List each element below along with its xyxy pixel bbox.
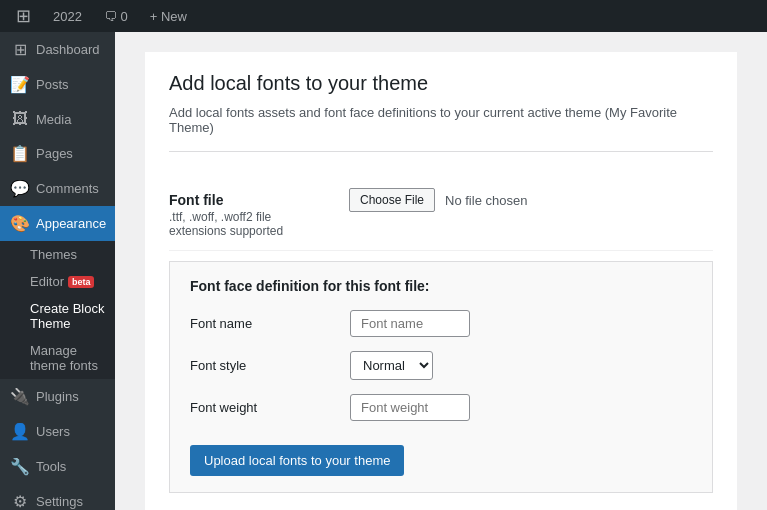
editor-label: Editor (30, 274, 64, 289)
font-style-label: Font style (190, 358, 330, 373)
wp-icon: ⊞ (16, 5, 31, 27)
submenu-editor[interactable]: Editor beta (0, 268, 115, 295)
submenu-create-block[interactable]: Create Block Theme (0, 295, 115, 337)
pages-icon: 📋 (10, 144, 30, 163)
dashboard-icon: ⊞ (10, 40, 30, 59)
font-face-title: Font face definition for this font file: (190, 278, 692, 294)
no-file-label: No file chosen (445, 193, 527, 208)
media-icon: 🖼 (10, 110, 30, 128)
sidebar-item-comments[interactable]: 💬 Comments (0, 171, 115, 206)
font-weight-input-container (350, 394, 470, 421)
comments-icon: 💬 (10, 179, 30, 198)
posts-icon: 📝 (10, 75, 30, 94)
site-name: 2022 (53, 9, 82, 24)
font-name-input-container (350, 310, 470, 337)
sidebar-item-dashboard[interactable]: ⊞ Dashboard (0, 32, 115, 67)
comment-count: 🗨 0 (104, 9, 128, 24)
font-weight-label: Font weight (190, 400, 330, 415)
sidebar-item-settings[interactable]: ⚙ Settings (0, 484, 115, 510)
content-area: Add local fonts to your theme Add local … (145, 52, 737, 510)
font-weight-row: Font weight (190, 394, 692, 421)
choose-file-button[interactable]: Choose File (349, 188, 435, 212)
sidebar-item-media[interactable]: 🖼 Media (0, 102, 115, 136)
plugins-icon: 🔌 (10, 387, 30, 406)
font-name-label: Font name (190, 316, 330, 331)
font-file-label-container: Font file .ttf, .woff, .woff2 file exten… (169, 188, 329, 238)
admin-bar: ⊞ 2022 🗨 0 + New (0, 0, 767, 32)
upload-button[interactable]: Upload local fonts to your theme (190, 445, 404, 476)
font-file-row: Font file .ttf, .woff, .woff2 file exten… (169, 176, 713, 251)
sidebar-item-pages[interactable]: 📋 Pages (0, 136, 115, 171)
sidebar: ⊞ Dashboard 📝 Posts 🖼 Media 📋 Pages 💬 Co… (0, 32, 115, 510)
font-file-description: .ttf, .woff, .woff2 file extensions supp… (169, 210, 329, 238)
create-block-label: Create Block Theme (30, 301, 105, 331)
themes-label: Themes (30, 247, 77, 262)
new-link: + New (150, 9, 187, 24)
page-subtitle: Add local fonts assets and font face def… (169, 105, 713, 152)
submenu-themes[interactable]: Themes (0, 241, 115, 268)
sidebar-item-appearance[interactable]: 🎨 Appearance (0, 206, 115, 241)
font-style-row: Font style Normal Italic Oblique (190, 351, 692, 380)
page-title: Add local fonts to your theme (169, 72, 713, 95)
font-style-input-container: Normal Italic Oblique (350, 351, 433, 380)
settings-icon: ⚙ (10, 492, 30, 510)
appearance-submenu: Themes Editor beta Create Block Theme Ma… (0, 241, 115, 379)
sidebar-item-users[interactable]: 👤 Users (0, 414, 115, 449)
appearance-icon: 🎨 (10, 214, 30, 233)
font-name-row: Font name (190, 310, 692, 337)
sidebar-item-posts[interactable]: 📝 Posts (0, 67, 115, 102)
site-name-bar-item[interactable]: 2022 (47, 0, 88, 32)
font-face-section: Font face definition for this font file:… (169, 261, 713, 493)
wp-logo-bar-item[interactable]: ⊞ (10, 0, 37, 32)
users-icon: 👤 (10, 422, 30, 441)
font-file-content: Choose File No file chosen (349, 188, 713, 212)
manage-fonts-label: Manage theme fonts (30, 343, 105, 373)
new-bar-item[interactable]: + New (144, 0, 193, 32)
sidebar-item-plugins[interactable]: 🔌 Plugins (0, 379, 115, 414)
font-style-select[interactable]: Normal Italic Oblique (350, 351, 433, 380)
main-content: Add local fonts to your theme Add local … (115, 32, 767, 510)
font-name-input[interactable] (350, 310, 470, 337)
font-file-label: Font file (169, 192, 329, 208)
beta-badge: beta (68, 276, 95, 288)
comment-bar-item[interactable]: 🗨 0 (98, 0, 134, 32)
submenu-manage-fonts[interactable]: Manage theme fonts (0, 337, 115, 379)
sidebar-item-tools[interactable]: 🔧 Tools (0, 449, 115, 484)
font-weight-input[interactable] (350, 394, 470, 421)
tools-icon: 🔧 (10, 457, 30, 476)
